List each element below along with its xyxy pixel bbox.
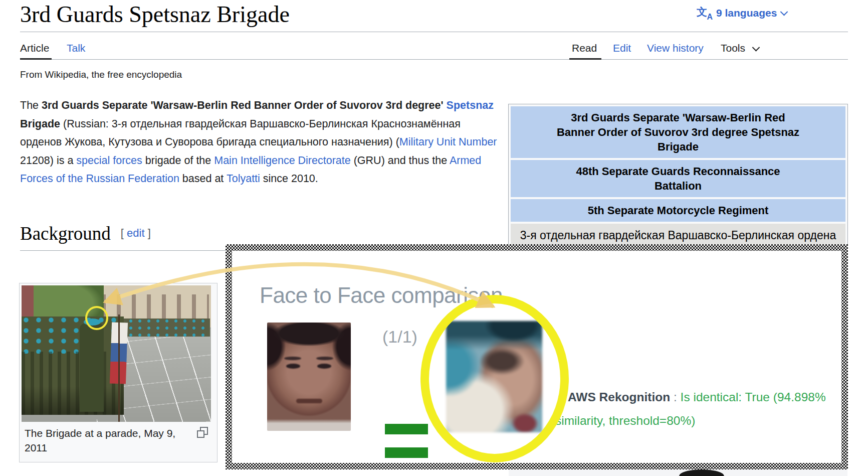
- inline-text: Brigade: [20, 118, 60, 130]
- engine-label: AWS Rekognition: [568, 390, 670, 404]
- inline-text: The: [20, 99, 42, 111]
- inline-text: 21208) is a: [20, 154, 76, 167]
- infobox-continuation-strip: [509, 469, 847, 476]
- tabs-divider: [20, 59, 848, 60]
- intro-paragraph: The 3rd Guards Separate 'Warsaw-Berlin R…: [20, 96, 500, 188]
- result-separator: :: [670, 390, 680, 404]
- article-thumbnail[interactable]: The Brigade at a parade, May 9, 2011: [19, 283, 218, 462]
- highlight-circle-large: [420, 295, 569, 462]
- face-feature: [296, 399, 322, 403]
- inline-text: (GRU) and thus the: [351, 154, 450, 167]
- infobox-header-brigade: 3rd Guards Separate 'Warsaw-Berlin Red B…: [511, 106, 845, 158]
- page-title: 3rd Guards Spetsnaz Brigade: [20, 1, 290, 28]
- language-icon-latin: A: [707, 13, 713, 22]
- tab-tools[interactable]: Tools: [721, 42, 759, 54]
- inline-link[interactable]: Military Unit Number: [399, 136, 497, 148]
- face-feature: [316, 357, 333, 360]
- tab-article-active-underline: [20, 58, 52, 60]
- photo-blue-berets: [22, 316, 124, 354]
- equals-sign-top-bar: [385, 424, 428, 434]
- face-comparison-panel: Face to Face comparison (1/1) AWS Rekogn…: [232, 251, 841, 463]
- inline-text: 3rd Guards Separate 'Warsaw-Berlin Red B…: [42, 99, 447, 111]
- comparison-counter: (1/1): [382, 327, 417, 347]
- inline-link[interactable]: special forces: [76, 154, 142, 167]
- inline-text: (Russian: 3-я отдельная гвардейская Варш…: [20, 118, 461, 148]
- infobox: 3rd Guards Separate 'Warsaw-Berlin Red B…: [508, 104, 848, 267]
- face-comparison-overlay: Face to Face comparison (1/1) AWS Rekogn…: [226, 244, 848, 469]
- inline-link[interactable]: Spetsnaz: [447, 99, 494, 111]
- thumbnail-caption-text: The Brigade at a parade, May 9, 2011: [25, 427, 175, 453]
- photo-troop-bodies: [22, 352, 124, 415]
- highlight-circle-small: [85, 306, 108, 330]
- tab-edit[interactable]: Edit: [613, 42, 631, 54]
- photo-flagpole: [118, 314, 120, 422]
- inline-text: based at: [179, 173, 227, 185]
- edit-link-label[interactable]: edit: [127, 227, 144, 239]
- tab-article[interactable]: Article: [20, 42, 49, 54]
- chevron-down-icon: [752, 44, 760, 52]
- reference-face-image: [267, 323, 351, 431]
- chevron-down-icon: [780, 8, 788, 16]
- inline-text: brigade of the: [142, 154, 214, 167]
- parade-photo[interactable]: [22, 285, 211, 422]
- edit-bracket-close: ]: [148, 227, 151, 239]
- tab-read-active-underline: [569, 58, 601, 60]
- face-feature: [286, 364, 300, 369]
- photo-troop-formation: [22, 316, 124, 415]
- photo-flag-bearer: [80, 324, 104, 412]
- thumbnail-caption: The Brigade at a parade, May 9, 2011: [22, 422, 215, 460]
- wikipedia-page: 3rd Guards Spetsnaz Brigade 文 A 9 langua…: [0, 0, 868, 476]
- languages-label: 9 languages: [716, 7, 777, 19]
- face-feature: [284, 357, 301, 360]
- inline-link[interactable]: Tolyatti: [227, 173, 260, 185]
- infobox-header-regiment: 5th Separate Motorcycle Regiment: [511, 199, 845, 222]
- language-icon: 文 A: [697, 6, 712, 20]
- title-divider: [20, 32, 848, 32]
- face-feature: [317, 364, 331, 369]
- section-heading-text: Background: [20, 223, 111, 244]
- equals-sign-bottom-bar: [385, 447, 428, 458]
- tools-label: Tools: [721, 42, 745, 54]
- tab-view-history[interactable]: View history: [647, 42, 704, 54]
- recognition-result: AWS Rekognition : Is identical: True (94…: [555, 385, 841, 432]
- languages-button[interactable]: 文 A 9 languages: [697, 6, 787, 20]
- infobox-header-battalion: 48th Separate Guards Reconnaissance Batt…: [511, 160, 845, 197]
- section-heading-background: Background[ edit ]: [20, 223, 151, 244]
- expand-thumbnail-icon[interactable]: [200, 427, 208, 435]
- language-icon-cjk: 文: [697, 5, 707, 19]
- inline-text: since 2010.: [260, 173, 318, 185]
- inline-link[interactable]: Main Intelligence Directorate: [214, 154, 350, 167]
- edit-bracket-open: [: [121, 227, 124, 239]
- section-edit-link[interactable]: [ edit ]: [121, 227, 151, 239]
- tab-talk[interactable]: Talk: [67, 42, 85, 54]
- tab-read[interactable]: Read: [572, 42, 597, 54]
- site-subtitle: From Wikipedia, the free encyclopedia: [20, 69, 182, 80]
